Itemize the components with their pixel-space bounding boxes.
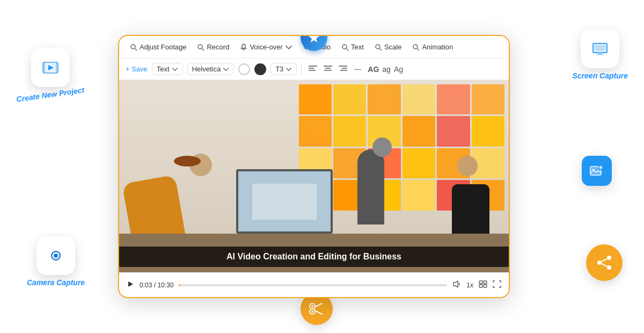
create-new-project-label: Create New Project bbox=[16, 85, 85, 104]
progress-fill bbox=[179, 284, 180, 286]
format-toolbar: + Save Text Helvetica T3 — bbox=[119, 59, 509, 80]
toolbar-animation[interactable]: Animation bbox=[408, 41, 457, 53]
text-style-uppercase[interactable]: AG bbox=[368, 65, 379, 74]
size-dropdown[interactable]: T3 bbox=[270, 63, 297, 75]
svg-line-44 bbox=[379, 48, 382, 50]
toolbar-scale[interactable]: Scale bbox=[370, 41, 406, 53]
svg-point-32 bbox=[316, 35, 319, 36]
time-current: 0:03 bbox=[140, 281, 152, 289]
share-icon-box[interactable] bbox=[586, 244, 623, 281]
share-widget[interactable] bbox=[586, 244, 623, 281]
divider-1 bbox=[301, 64, 302, 75]
fullscreen-icon-svg bbox=[493, 280, 501, 288]
svg-rect-37 bbox=[242, 44, 245, 48]
search-icon-2 bbox=[197, 44, 204, 51]
record-label: Record bbox=[207, 43, 229, 51]
svg-rect-61 bbox=[484, 285, 487, 287]
svg-point-41 bbox=[342, 45, 347, 49]
create-new-project-icon-box[interactable] bbox=[31, 48, 70, 87]
search-icon-4 bbox=[341, 44, 349, 51]
sticky-note bbox=[333, 84, 366, 114]
text-type-value: Text bbox=[157, 65, 170, 73]
sticky-note bbox=[437, 84, 470, 114]
svg-rect-58 bbox=[479, 281, 482, 284]
svg-line-34 bbox=[135, 48, 137, 50]
screen-icon bbox=[590, 39, 610, 59]
chevron-down-icon-1 bbox=[285, 44, 292, 51]
fullscreen-button[interactable] bbox=[493, 280, 501, 289]
create-new-project-widget[interactable]: Create New Project bbox=[16, 48, 85, 99]
dash-separator: — bbox=[354, 65, 361, 73]
align-left-button[interactable] bbox=[306, 63, 320, 75]
grid-view-button[interactable] bbox=[479, 280, 487, 289]
progress-bar[interactable] bbox=[179, 284, 447, 286]
text-style-capitalize[interactable]: Ag bbox=[394, 65, 403, 74]
align-center-button[interactable] bbox=[321, 63, 335, 75]
toolbar-adjust-footage[interactable]: Adjust Footage bbox=[126, 41, 191, 53]
time-total: 10:30 bbox=[157, 281, 173, 289]
align-right-icon bbox=[339, 65, 347, 71]
video-area[interactable]: AI Video Creation and Editing for Busine… bbox=[119, 80, 509, 272]
add-media-widget[interactable] bbox=[582, 156, 612, 186]
camera-capture-label: Camera Capture bbox=[27, 278, 85, 287]
font-dropdown[interactable]: Helvetica bbox=[187, 63, 234, 75]
svg-rect-15 bbox=[595, 45, 605, 51]
svg-line-24 bbox=[602, 264, 607, 266]
camera-capture-widget[interactable]: Camera Capture bbox=[27, 236, 85, 287]
color-white[interactable] bbox=[238, 63, 250, 75]
color-dark[interactable] bbox=[254, 63, 266, 75]
svg-rect-59 bbox=[484, 281, 487, 284]
speed-display[interactable]: 1x bbox=[466, 281, 473, 289]
sticky-note bbox=[472, 84, 504, 114]
svg-point-20 bbox=[607, 256, 611, 260]
svg-point-29 bbox=[311, 305, 313, 307]
add-media-icon-box[interactable] bbox=[582, 156, 612, 186]
sticky-note bbox=[472, 116, 504, 146]
toolbar-record[interactable]: Record bbox=[193, 41, 233, 53]
person-hair bbox=[174, 156, 201, 166]
svg-line-28 bbox=[314, 310, 322, 314]
svg-rect-14 bbox=[596, 54, 604, 55]
screen-capture-label: Screen Capture bbox=[573, 71, 628, 81]
playback-bar: 0:03 / 10:30 1x bbox=[119, 272, 509, 297]
scissors-icon-svg bbox=[307, 299, 326, 318]
svg-point-43 bbox=[376, 45, 380, 49]
align-right-button[interactable] bbox=[336, 63, 350, 75]
svg-rect-4 bbox=[56, 62, 58, 73]
film-icon bbox=[41, 58, 60, 77]
svg-point-21 bbox=[597, 260, 602, 265]
sticky-note bbox=[368, 84, 400, 114]
ai-star-icon bbox=[307, 35, 321, 45]
svg-line-42 bbox=[347, 48, 349, 50]
search-icon-1 bbox=[130, 44, 137, 51]
svg-point-30 bbox=[311, 310, 313, 313]
chevron-down-icon-2 bbox=[172, 66, 178, 73]
voice-over-label: Voice-over bbox=[250, 43, 282, 51]
monitor bbox=[236, 169, 333, 234]
sticky-note bbox=[437, 116, 470, 146]
align-left-icon bbox=[309, 65, 317, 71]
play-button[interactable] bbox=[127, 280, 134, 289]
volume-icon-svg bbox=[452, 280, 461, 288]
svg-point-35 bbox=[198, 45, 202, 49]
sticky-note bbox=[402, 84, 435, 114]
align-group bbox=[306, 63, 350, 75]
video-caption: AI Video Creation and Editing for Busine… bbox=[119, 247, 509, 267]
mic-icon-toolbar bbox=[240, 44, 247, 51]
screen-capture-widget[interactable]: Screen Capture bbox=[573, 30, 628, 81]
person-standing bbox=[357, 149, 384, 225]
grid-icon-svg bbox=[479, 280, 487, 288]
toolbar-voice-over[interactable]: Voice-over bbox=[236, 41, 296, 53]
text-style-lowercase[interactable]: ag bbox=[382, 65, 391, 74]
toolbar-text[interactable]: Text bbox=[337, 41, 368, 53]
camera-capture-icon-box[interactable] bbox=[36, 236, 75, 275]
sticky-note bbox=[299, 116, 332, 146]
text-label: Text bbox=[351, 43, 364, 51]
video-scene: AI Video Creation and Editing for Busine… bbox=[119, 80, 509, 272]
save-button[interactable]: + Save bbox=[126, 65, 148, 73]
volume-button[interactable] bbox=[452, 280, 461, 289]
screen-capture-icon-box[interactable] bbox=[581, 30, 619, 68]
text-type-dropdown[interactable]: Text bbox=[152, 63, 183, 75]
share-icon-svg bbox=[595, 253, 614, 272]
size-value: T3 bbox=[275, 65, 283, 73]
